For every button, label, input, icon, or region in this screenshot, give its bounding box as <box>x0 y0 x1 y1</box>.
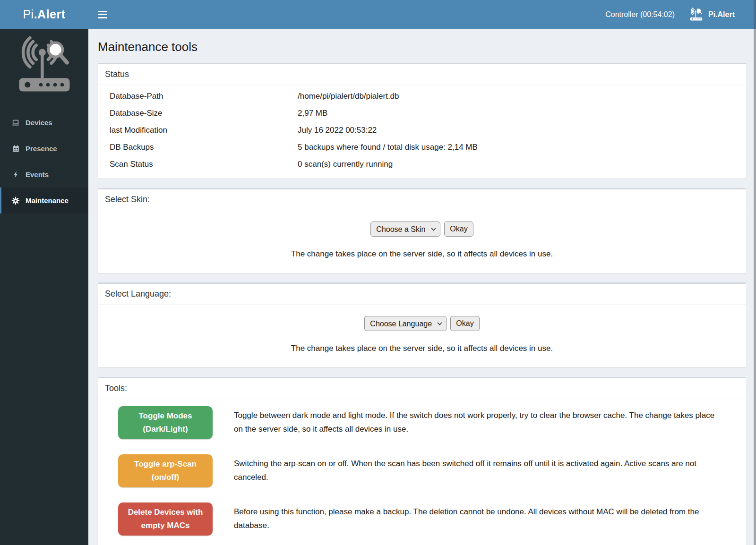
main-header: Pi.Alert Controller (00:54:02) Pi.Alert <box>0 0 756 29</box>
navbar-right: Controller (00:54:02) Pi.Alert <box>605 8 756 22</box>
app-logo-pi: Pi <box>23 8 34 21</box>
status-row-label: Database-Path <box>110 92 298 101</box>
tool-row: Toggle arp-Scan (on/off)Switching the ar… <box>105 454 739 487</box>
select-language-title: Select Language: <box>98 284 746 305</box>
app-logo[interactable]: Pi.Alert <box>0 0 88 29</box>
language-okay-button[interactable]: Okay <box>450 316 479 331</box>
status-row: Scan Status0 scan(s) currently running <box>105 156 739 173</box>
status-row-value: July 16 2022 00:53:22 <box>298 126 734 135</box>
status-row-value: /home/pi/pialert/db/pialert.db <box>298 92 734 101</box>
app-logo-alert: .Alert <box>34 8 66 21</box>
controller-uptime-label: Controller (00:54:02) <box>605 10 675 19</box>
status-panel: Status Database-Path/home/pi/pialert/db/… <box>98 63 746 179</box>
main-content: Maintenance tools Status Database-Path/h… <box>88 0 756 545</box>
status-row-value: 2,97 MB <box>298 109 734 118</box>
status-row-value: 5 backups where found / total disk usage… <box>298 143 734 152</box>
toggle-modes-button[interactable]: Toggle Modes (Dark/Light) <box>118 406 213 439</box>
sidebar-item-devices[interactable]: Devices <box>0 110 88 136</box>
sidebar-item-maintenance[interactable]: Maintenance <box>0 187 88 213</box>
tool-description: Before using this function, please make … <box>234 502 725 532</box>
tool-description: Switching the arp-scan on or off. When t… <box>234 454 725 484</box>
bolt-icon <box>11 170 20 179</box>
status-row: Database-Size2,97 MB <box>105 105 739 122</box>
select-language-panel: Select Language: Choose Language Okay Th… <box>98 282 746 367</box>
page-title: Maintenance tools <box>98 40 746 54</box>
skin-okay-button[interactable]: Okay <box>444 221 473 237</box>
calendar-icon <box>11 144 20 153</box>
select-skin-body: Choose a Skin Okay The change takes plac… <box>98 210 746 273</box>
navbar: Controller (00:54:02) Pi.Alert <box>88 0 756 29</box>
delete-empty-macs-button[interactable]: Delete Devices with empty MACs <box>118 502 213 536</box>
status-row: DB Backups5 backups where found / total … <box>105 139 739 156</box>
language-change-note: The change takes place on the server sid… <box>105 344 739 353</box>
status-row: last ModificationJuly 16 2022 00:53:22 <box>105 122 739 139</box>
select-language-body: Choose Language Okay The change takes pl… <box>98 305 746 367</box>
status-row-label: Scan Status <box>110 160 298 169</box>
status-row-value: 0 scan(s) currently running <box>298 160 734 169</box>
navbar-brand-label: Pi.Alert <box>708 10 735 19</box>
select-skin-title: Select Skin: <box>98 189 746 210</box>
sidebar-item-events[interactable]: Events <box>0 162 88 187</box>
tools-panel-title: Tools: <box>98 378 746 399</box>
sidebar: DevicesPresenceEventsMaintenance <box>0 29 88 545</box>
sidebar-item-presence[interactable]: Presence <box>0 136 88 162</box>
status-rows: Database-Path/home/pi/pialert/db/pialert… <box>98 85 746 179</box>
pialert-mini-logo-icon <box>689 8 704 22</box>
tool-description: Toggle between dark mode and light mode.… <box>234 406 725 436</box>
status-row-label: last Modification <box>110 126 298 135</box>
laptop-icon <box>11 118 20 128</box>
sidebar-menu: DevicesPresenceEventsMaintenance <box>0 110 88 213</box>
tool-row: Delete Devices with empty MACsBefore usi… <box>105 502 739 536</box>
vertical-scrollbar[interactable] <box>754 0 756 545</box>
toggle-arp-scan-button[interactable]: Toggle arp-Scan (on/off) <box>118 454 213 487</box>
tool-row: Toggle Modes (Dark/Light)Toggle between … <box>105 406 739 439</box>
tools-panel: Tools: Toggle Modes (Dark/Light)Toggle b… <box>98 377 746 545</box>
tool-rows: Toggle Modes (Dark/Light)Toggle between … <box>98 399 746 545</box>
sidebar-toggle-button[interactable] <box>98 11 107 18</box>
status-row: Database-Path/home/pi/pialert/db/pialert… <box>105 88 739 105</box>
status-row-label: Database-Size <box>110 109 298 118</box>
status-row-label: DB Backups <box>110 143 298 152</box>
status-panel-title: Status <box>98 64 746 85</box>
gear-icon <box>11 196 20 205</box>
select-skin-panel: Select Skin: Choose a Skin Okay The chan… <box>98 188 746 273</box>
skin-select[interactable]: Choose a Skin <box>370 221 440 237</box>
pialert-logo-image <box>16 36 73 98</box>
skin-change-note: The change takes place on the server sid… <box>105 249 739 259</box>
language-select[interactable]: Choose Language <box>364 316 447 331</box>
